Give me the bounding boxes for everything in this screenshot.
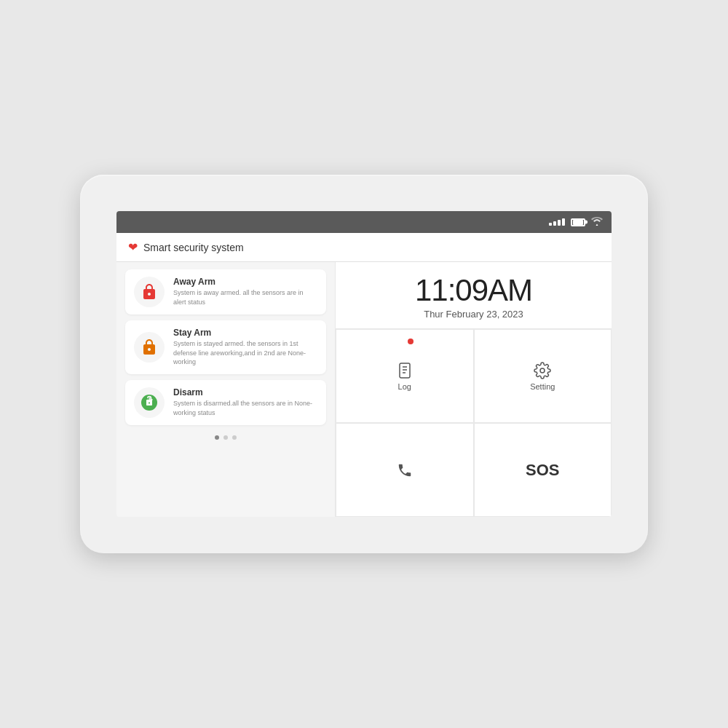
- log-button[interactable]: Log: [336, 329, 474, 423]
- pagination: [125, 431, 326, 444]
- sos-label: SOS: [526, 461, 559, 480]
- clock-area: 11:09AM Thur February 23, 2023: [336, 262, 612, 328]
- disarm-card[interactable]: Disarm System is disarmed.all the sensor…: [125, 380, 326, 425]
- call-button[interactable]: [336, 423, 474, 517]
- stay-arm-title: Stay Arm: [173, 328, 317, 338]
- setting-button[interactable]: Setting: [474, 329, 612, 423]
- pagination-dot-3[interactable]: [232, 435, 237, 440]
- log-document-icon: [396, 362, 414, 379]
- stay-arm-text: Stay Arm System is stayed armed. the sen…: [173, 328, 317, 367]
- log-label: Log: [398, 382, 411, 391]
- pagination-dot-2[interactable]: [223, 435, 228, 440]
- sos-button[interactable]: SOS: [474, 423, 612, 517]
- main-content: ❤ Smart security system: [116, 233, 612, 517]
- screen: ❤ Smart security system: [116, 211, 612, 517]
- status-bar: [116, 211, 612, 233]
- app-title: Smart security system: [143, 242, 244, 253]
- wifi-icon: [591, 216, 603, 228]
- heart-logo-icon: ❤: [128, 240, 138, 254]
- disarm-icon-wrap: [134, 387, 165, 418]
- right-panel: 11:09AM Thur February 23, 2023: [335, 262, 612, 517]
- disarm-text: Disarm System is disarmed.all the sensor…: [173, 387, 317, 417]
- disarm-desc: System is disarmed.all the sensors are i…: [173, 399, 317, 417]
- away-arm-lock-icon: [141, 283, 158, 301]
- clock-date: Thur February 23, 2023: [424, 309, 523, 320]
- action-grid: Log Setting: [336, 328, 612, 517]
- body-layout: Away Arm System is away armed. all the s…: [116, 262, 612, 517]
- away-arm-card[interactable]: Away Arm System is away armed. all the s…: [125, 269, 326, 314]
- stay-arm-card[interactable]: Stay Arm System is stayed armed. the sen…: [125, 320, 326, 374]
- svg-point-5: [540, 368, 545, 373]
- disarm-lock-icon: [141, 394, 158, 411]
- stay-arm-desc: System is stayed armed. the sensors in 1…: [173, 339, 317, 367]
- stay-arm-icon-wrap: [134, 332, 165, 363]
- device-body: ❤ Smart security system: [80, 175, 648, 553]
- away-arm-icon-wrap: [134, 277, 165, 307]
- signal-icon: [549, 218, 565, 226]
- stay-arm-lock-icon: [141, 339, 158, 356]
- away-arm-title: Away Arm: [173, 277, 317, 287]
- setting-gear-icon: [534, 362, 551, 379]
- svg-point-0: [141, 395, 157, 411]
- away-arm-desc: System is away armed. all the sensors ar…: [173, 288, 317, 306]
- away-arm-text: Away Arm System is away armed. all the s…: [173, 277, 317, 306]
- battery-icon: [571, 218, 585, 226]
- call-phone-icon: [397, 462, 413, 478]
- log-notification-badge: [408, 339, 414, 344]
- left-panel: Away Arm System is away armed. all the s…: [116, 262, 335, 517]
- app-header: ❤ Smart security system: [116, 233, 612, 262]
- clock-time: 11:09AM: [415, 275, 532, 306]
- svg-rect-1: [400, 363, 410, 378]
- setting-label: Setting: [530, 382, 555, 391]
- disarm-title: Disarm: [173, 387, 317, 397]
- pagination-dot-1[interactable]: [215, 435, 219, 440]
